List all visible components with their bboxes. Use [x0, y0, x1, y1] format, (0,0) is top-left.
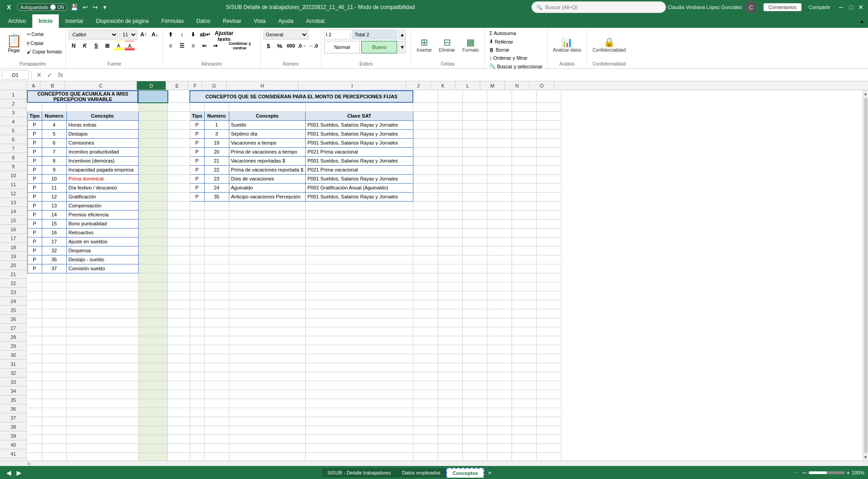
insert-button[interactable]: ⊞ Insertar — [414, 36, 434, 54]
cell-i4[interactable]: P001 Sueldos, Salarios Rayas y Jornales — [305, 120, 413, 129]
percent-button[interactable]: % — [275, 41, 285, 51]
row-header-26[interactable]: 26 — [0, 315, 26, 324]
close-button[interactable]: ✕ — [857, 4, 864, 11]
row-header-9[interactable]: 9 — [0, 162, 26, 171]
cell-a1[interactable]: CONCEPTOS QUE ACUMULAN A IMSS PERCEPCION… — [27, 91, 138, 102]
row-header-33[interactable]: 33 — [0, 378, 26, 387]
cell-j4[interactable] — [413, 120, 438, 129]
bueno-style-box[interactable]: Bueno — [361, 41, 397, 53]
cell-a2[interactable] — [27, 102, 42, 111]
increase-decimal-button[interactable]: .0→ — [297, 41, 307, 51]
row-header-11[interactable]: 11 — [0, 180, 26, 189]
minimize-button[interactable]: ─ — [837, 4, 845, 11]
cell-l3[interactable] — [462, 111, 487, 120]
cell-i2[interactable] — [305, 102, 413, 111]
tab-datos[interactable]: Datos — [190, 14, 216, 28]
copy-button[interactable]: ⎘ Copiar — [26, 40, 63, 46]
align-bottom-button[interactable]: ⬇ — [188, 30, 198, 40]
row-header-39[interactable]: 39 — [0, 431, 26, 440]
cell-m3[interactable] — [487, 111, 512, 120]
sheet-tab-datos[interactable]: Datos empleados — [397, 468, 447, 477]
row-header-29[interactable]: 29 — [0, 342, 26, 351]
row-header-2[interactable]: 2 — [0, 99, 26, 108]
clear-button[interactable]: 🗑 Borrar — [487, 46, 511, 53]
font-color-button[interactable]: A — [125, 41, 135, 51]
col-header-f[interactable]: F — [189, 81, 202, 90]
row-header-25[interactable]: 25 — [0, 306, 26, 315]
normal-style-box[interactable]: Normal — [324, 41, 360, 53]
col-header-n[interactable]: N — [505, 81, 530, 90]
search-input[interactable] — [545, 4, 661, 10]
row-header-40[interactable]: 40 — [0, 440, 26, 449]
underline-button[interactable]: S — [91, 41, 101, 51]
tab-insertar[interactable]: Insertar — [59, 14, 90, 28]
cell-d4[interactable] — [138, 120, 167, 129]
cell-c3[interactable]: Concepto — [66, 111, 138, 120]
row-header-4[interactable]: 4 — [0, 117, 26, 126]
row-header-15[interactable]: 15 — [0, 216, 26, 225]
vertical-scrollbar[interactable]: ▲ ▼ — [863, 90, 868, 461]
autosave-toggle[interactable]: Autoguardado ON — [17, 4, 67, 11]
bold-button[interactable]: N — [69, 41, 79, 51]
merge-center-button[interactable]: Combinar y centrar — [222, 41, 258, 51]
col-header-g[interactable]: G — [202, 81, 227, 90]
format-button[interactable]: ▦ Formato — [460, 36, 482, 54]
cell-e2[interactable] — [167, 102, 190, 111]
row-header-17[interactable]: 17 — [0, 234, 26, 243]
autosum-button[interactable]: Σ Autosuma — [487, 30, 517, 37]
tab-disposicion[interactable]: Disposición de página — [90, 14, 155, 28]
cell-b2[interactable] — [42, 102, 66, 111]
align-middle-button[interactable]: ↕ — [177, 30, 187, 40]
cell-reference-box[interactable] — [2, 70, 29, 80]
cell-o3[interactable] — [536, 111, 561, 120]
cell-j2[interactable] — [413, 102, 438, 111]
cell-o2[interactable] — [536, 102, 561, 111]
zoom-slider[interactable] — [809, 471, 845, 474]
cell-k3[interactable] — [438, 111, 462, 120]
row-header-13[interactable]: 13 — [0, 198, 26, 207]
cell-f3[interactable]: Tipo — [190, 111, 204, 120]
col-header-l[interactable]: L — [456, 81, 480, 90]
currency-button[interactable]: $ — [263, 41, 273, 51]
format-painter-button[interactable]: 🖌 Copiar formato — [26, 49, 63, 55]
share-button[interactable]: Compartir — [804, 4, 835, 11]
cell-l4[interactable] — [462, 120, 487, 129]
cell-g4[interactable]: 1 — [204, 120, 229, 129]
text-direction-button[interactable]: ab↵ — [199, 30, 209, 40]
row-header-21[interactable]: 21 — [0, 270, 26, 279]
row-header-5[interactable]: 5 — [0, 126, 26, 135]
cell-d1[interactable] — [138, 91, 167, 102]
col-header-d[interactable]: D — [137, 81, 166, 90]
sheet-tab-conceptos[interactable]: Conceptos — [446, 468, 484, 478]
cell-d2[interactable] — [138, 102, 167, 111]
sort-filter-button[interactable]: ↕ Ordenar y filtrar — [487, 54, 529, 62]
col-header-e[interactable]: E — [166, 81, 189, 90]
cell-i3[interactable]: Clave SAT — [305, 111, 413, 120]
sheet-tab-detalle[interactable]: SISUB - Detalle trabajadores — [322, 468, 396, 477]
redo-button[interactable]: ↪ — [91, 3, 100, 12]
number-format-select[interactable]: General — [263, 30, 308, 40]
cell-f1[interactable]: CONCEPTOS QUE SE CONSIDERAN PARA EL MONT… — [190, 91, 413, 102]
font-size-select[interactable]: 11 — [119, 30, 137, 40]
comma-button[interactable]: 000 — [286, 41, 296, 51]
undo-dropdown[interactable]: ▾ — [101, 3, 110, 12]
row-header-35[interactable]: 35 — [0, 396, 26, 404]
cell-l2[interactable] — [462, 102, 487, 111]
cell-a3[interactable]: Tipo — [27, 111, 42, 120]
maximize-button[interactable]: □ — [847, 4, 855, 11]
cell-j1[interactable] — [413, 91, 438, 102]
cell-o4[interactable] — [536, 120, 561, 129]
styles-scroll-up[interactable]: ▲ — [399, 30, 406, 40]
col-header-o[interactable]: O — [530, 81, 554, 90]
cell-k2[interactable] — [438, 102, 462, 111]
fill-color-button[interactable]: A — [114, 41, 123, 51]
cell-h4[interactable]: Sueldo — [229, 120, 305, 129]
cell-k1[interactable] — [438, 91, 462, 102]
row-header-18[interactable]: 18 — [0, 243, 26, 252]
row-header-31[interactable]: 31 — [0, 360, 26, 369]
col-header-m[interactable]: M — [480, 81, 505, 90]
cell-e4[interactable] — [167, 120, 190, 129]
row-header-19[interactable]: 19 — [0, 252, 26, 261]
row-header-3[interactable]: 3 — [0, 108, 26, 117]
tab-inicio[interactable]: Inicio — [32, 14, 59, 28]
